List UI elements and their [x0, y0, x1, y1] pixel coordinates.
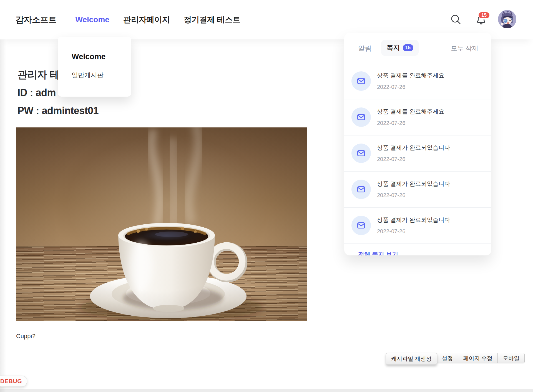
search-icon[interactable]	[450, 13, 462, 26]
site-logo[interactable]: 감자소프트	[16, 14, 57, 26]
notification-title: 상품 결제가 완료되었습니다	[377, 216, 450, 224]
notification-item[interactable]: 상품 결제가 완료되었습니다 2022-07-26	[344, 135, 491, 172]
mobile-button[interactable]: 모바일	[497, 353, 525, 363]
view-all-messages-link[interactable]: 전체 쪽지 보기	[358, 250, 398, 255]
notification-item[interactable]: 상품 결제를 완료해주세요 2022-07-26	[344, 63, 491, 99]
admin-toolbar: 캐시파일 재생성 설정 페이지 수정 모바일	[386, 353, 525, 365]
bottom-scroll-strip	[0, 389, 533, 392]
welcome-dropdown: Welcome 일반게시판	[58, 37, 131, 97]
coffee-photo	[16, 127, 307, 321]
settings-button[interactable]: 설정	[437, 353, 458, 363]
notification-date: 2022-07-26	[377, 120, 405, 126]
message-count-badge: 15	[403, 44, 413, 51]
nav-item-subscription-test[interactable]: 정기결제 테스트	[184, 14, 240, 25]
tab-message-label: 쪽지	[387, 43, 400, 52]
mail-icon	[351, 107, 371, 127]
nav-item-welcome[interactable]: Welcome	[76, 15, 109, 24]
delete-all-button[interactable]: 모두 삭제	[451, 44, 478, 53]
notification-title: 상품 결제를 완료해주세요	[377, 108, 444, 115]
notification-item[interactable]: 상품 결제가 완료되었습니다 2022-07-26	[344, 172, 491, 208]
notification-item[interactable]: 상품 결제가 완료되었습니다 2022-07-26	[344, 208, 491, 244]
notification-title: 상품 결제가 완료되었습니다	[377, 180, 450, 188]
dropdown-title: Welcome	[72, 52, 105, 61]
notification-list: 상품 결제를 완료해주세요 2022-07-26 상품 결제를 완료해주세요 2…	[344, 63, 491, 244]
mail-icon	[351, 180, 371, 199]
notification-date: 2022-07-26	[377, 84, 405, 90]
photo-vignette	[16, 127, 307, 321]
post-caption: Cuppi?	[16, 332, 36, 340]
notification-item[interactable]: 상품 결제를 완료해주세요 2022-07-26	[344, 99, 491, 135]
tab-alarm[interactable]: 알림	[358, 44, 371, 53]
window-left-edge-shadow	[0, 0, 6, 392]
notification-date: 2022-07-26	[377, 192, 405, 198]
debug-badge[interactable]: DEBUG	[0, 376, 27, 387]
notification-title: 상품 결제가 완료되었습니다	[377, 144, 450, 152]
header-nav: 감자소프트 Welcome 관리자페이지 정기결제 테스트	[16, 0, 254, 39]
notification-panel: 알림 쪽지 15 모두 삭제 상품 결제를 완료해주세요 2022-07-26 …	[344, 33, 491, 255]
avatar[interactable]	[498, 10, 516, 28]
notification-title: 상품 결제를 완료해주세요	[377, 72, 444, 79]
notification-date: 2022-07-26	[377, 228, 405, 235]
notification-date: 2022-07-26	[377, 156, 405, 162]
tab-message[interactable]: 쪽지 15	[381, 40, 419, 56]
edit-page-button[interactable]: 페이지 수정	[458, 353, 498, 363]
mail-icon	[351, 144, 371, 163]
nav-item-admin-page[interactable]: 관리자페이지	[123, 14, 170, 25]
dropdown-item-board[interactable]: 일반게시판	[72, 71, 104, 79]
regenerate-cache-button[interactable]: 캐시파일 재생성	[386, 353, 437, 365]
heading-pw: PW : admintest01	[17, 102, 99, 120]
mail-icon	[351, 216, 371, 235]
notification-count-badge: 15	[478, 12, 490, 19]
mail-icon	[351, 71, 371, 91]
